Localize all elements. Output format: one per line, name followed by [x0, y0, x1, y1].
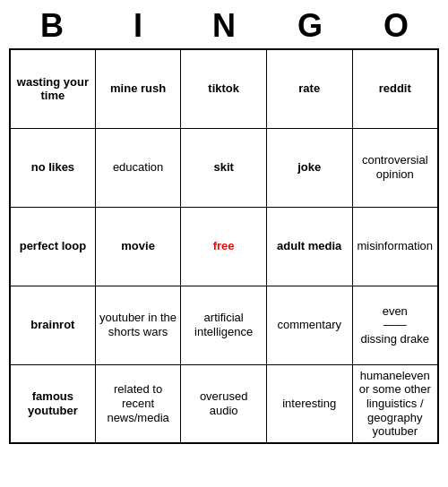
title-b: B — [16, 7, 88, 45]
cell-r1-c4: controversial opinion — [352, 128, 438, 207]
title-g: G — [274, 7, 346, 45]
cell-r0-c3: rate — [266, 49, 352, 128]
cell-r1-c1: education — [95, 128, 181, 207]
title-i: I — [102, 7, 174, 45]
cell-r2-c4: misinformation — [352, 207, 438, 286]
cell-r0-c1: mine rush — [95, 49, 181, 128]
cell-r2-c3: adult media — [266, 207, 352, 286]
cell-r4-c4: humaneleven or some other linguistics / … — [352, 364, 438, 443]
cell-r2-c0: perfect loop — [10, 207, 95, 286]
cell-r2-c2: free — [181, 207, 267, 286]
cell-r1-c3: joke — [266, 128, 352, 207]
cell-r4-c1: related to recent news/media — [95, 364, 181, 443]
cell-r0-c4: reddit — [352, 49, 438, 128]
cell-r3-c3: commentary — [266, 286, 352, 364]
cell-r0-c2: tiktok — [181, 49, 267, 128]
cell-r1-c0: no likes — [10, 128, 95, 207]
cell-r4-c3: interesting — [266, 364, 352, 443]
title-n: N — [188, 7, 260, 45]
cell-r4-c0: famous youtuber — [10, 364, 95, 443]
cell-r3-c1: youtuber in the shorts wars — [95, 286, 181, 364]
cell-r1-c2: skit — [181, 128, 267, 207]
cell-r4-c2: overused audio — [181, 364, 267, 443]
title-o: O — [360, 7, 432, 45]
cell-r2-c1: movie — [95, 207, 181, 286]
cell-r3-c4: even——dissing drake — [352, 286, 438, 364]
cell-r0-c0: wasting your time — [10, 49, 95, 128]
bingo-title: B I N G O — [9, 0, 439, 48]
cell-r3-c2: artificial intelligence — [181, 286, 267, 364]
bingo-grid: wasting your timemine rushtiktokrateredd… — [9, 48, 439, 444]
cell-r3-c0: brainrot — [10, 286, 95, 364]
